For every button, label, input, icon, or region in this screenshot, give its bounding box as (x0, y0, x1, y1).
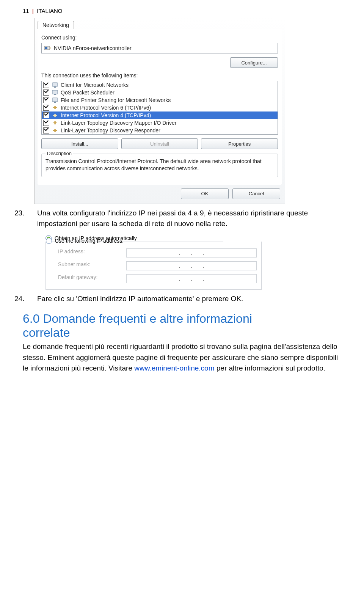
gateway-label: Default gateway: (58, 274, 122, 283)
list-item[interactable]: QoS Packet Scheduler (42, 89, 278, 96)
description-groupbox: Description Transmission Control Protoco… (41, 154, 278, 177)
paragraph-text-after: per altre informazioni sul prodotto. (215, 364, 326, 372)
list-item[interactable]: Internet Protocol Version 6 (TCP/IPv6) (42, 104, 278, 111)
install-button[interactable]: Install... (41, 138, 118, 149)
svg-rect-3 (52, 83, 58, 86)
checkbox-icon[interactable] (43, 105, 49, 111)
checkbox-icon[interactable] (43, 90, 49, 96)
step-number: 23. (26, 208, 37, 219)
client-icon (52, 82, 58, 88)
list-item-selected[interactable]: Internet Protocol Version 4 (TCP/IPv4) (42, 111, 278, 119)
list-item[interactable]: Link-Layer Topology Discovery Responder (42, 127, 278, 134)
radio-off-icon (46, 238, 52, 244)
ip-address-input: ... (126, 248, 257, 258)
section-6-heading: 6.0 Domande frequenti e altre informazio… (23, 312, 341, 340)
network-properties-dialog: Networking Connect using: NVIDIA nForce-… (34, 18, 285, 204)
page-language: ITALIANO (37, 8, 62, 14)
manual-ip-fieldset: Use the following IP address: IP address… (46, 242, 262, 290)
protocol-icon (52, 112, 58, 119)
item-label: Link-Layer Topology Discovery Mapper I/O… (61, 120, 177, 126)
step-number: 24. (26, 294, 37, 305)
adapter-name: NVIDIA nForce-netwerkcontroller (54, 45, 132, 51)
item-buttons-row: Install... Uninstall Properties (41, 138, 278, 149)
page-number: 11 (23, 8, 29, 14)
ip-settings-fragment: Obtain an IP address automatically Use t… (46, 234, 262, 290)
checkbox-icon[interactable] (43, 120, 49, 126)
svg-rect-5 (52, 90, 58, 94)
step-text: Fare clic su 'Ottieni indirizzo IP autom… (37, 295, 243, 303)
tab-networking[interactable]: Networking (38, 21, 74, 29)
list-item[interactable]: File and Printer Sharing for Microsoft N… (42, 96, 278, 104)
connect-using-label: Connect using: (41, 35, 278, 41)
step-24: 24.Fare clic su 'Ottieni indirizzo IP au… (23, 294, 341, 305)
step-text: Una volta configurato l'indirizzo IP nei… (37, 209, 308, 228)
checkbox-icon[interactable] (43, 82, 49, 88)
svg-rect-1 (45, 47, 47, 49)
printer-icon (52, 97, 58, 104)
qos-icon (52, 89, 58, 96)
list-item[interactable]: Link-Layer Topology Discovery Mapper I/O… (42, 119, 278, 127)
step-23: 23.Una volta configurato l'indirizzo IP … (23, 208, 341, 229)
network-card-icon (44, 45, 51, 52)
uninstall-button: Uninstall (121, 138, 198, 149)
page-header: 11 | ITALIANO (23, 8, 341, 14)
checkbox-icon[interactable] (43, 127, 49, 133)
radio-label: Use the following IP address: (55, 238, 124, 244)
item-label: Internet Protocol Version 6 (TCP/IPv6) (61, 105, 151, 111)
description-text: Transmission Control Protocol/Internet P… (46, 158, 274, 172)
subnet-input: ... (126, 261, 257, 270)
item-label: Internet Protocol Version 4 (TCP/IPv4) (61, 112, 151, 118)
items-label: This connection uses the following items… (41, 72, 278, 79)
ip-address-label: IP address: (58, 248, 122, 258)
item-label: File and Printer Sharing for Microsoft N… (61, 97, 171, 103)
item-label: Client for Microsoft Networks (61, 82, 129, 88)
configure-row: Configure... (41, 57, 278, 68)
subnet-label: Subnet mask: (58, 261, 122, 270)
item-label: QoS Packet Scheduler (61, 90, 115, 96)
radio-use-following[interactable]: Use the following IP address: (46, 238, 124, 244)
checkbox-icon[interactable] (43, 112, 49, 118)
svg-rect-4 (54, 86, 56, 88)
svg-rect-6 (54, 94, 56, 95)
gateway-input: ... (126, 274, 257, 283)
svg-rect-2 (50, 47, 50, 49)
section-6-paragraph: Le domande frequenti più recenti riguard… (23, 341, 341, 374)
protocol-icon (52, 119, 58, 126)
heading-line-2: correlate (23, 326, 341, 340)
tab-body: Connect using: NVIDIA nForce-netwerkcont… (38, 29, 282, 185)
heading-line-1: 6.0 Domande frequenti e altre informazio… (23, 312, 252, 325)
item-label: Link-Layer Topology Discovery Responder (61, 127, 160, 133)
adapter-selector[interactable]: NVIDIA nForce-netwerkcontroller (41, 43, 278, 53)
svg-rect-8 (54, 102, 56, 103)
connection-items-list[interactable]: Client for Microsoft Networks QoS Packet… (41, 81, 278, 135)
checkbox-icon[interactable] (43, 97, 49, 103)
properties-button[interactable]: Properties (201, 138, 278, 149)
svg-rect-7 (52, 98, 58, 102)
protocol-icon (52, 104, 58, 111)
protocol-icon (52, 127, 58, 134)
cancel-button[interactable]: Cancel (232, 188, 280, 199)
header-separator: | (32, 8, 34, 14)
ok-button[interactable]: OK (181, 188, 229, 199)
description-legend: Description (46, 151, 73, 156)
tab-row: Networking (35, 18, 285, 29)
eminent-link[interactable]: www.eminent-online.com (134, 364, 214, 372)
configure-button[interactable]: Configure... (230, 57, 278, 68)
list-item[interactable]: Client for Microsoft Networks (42, 81, 278, 89)
dialog-footer: OK Cancel (35, 185, 285, 204)
